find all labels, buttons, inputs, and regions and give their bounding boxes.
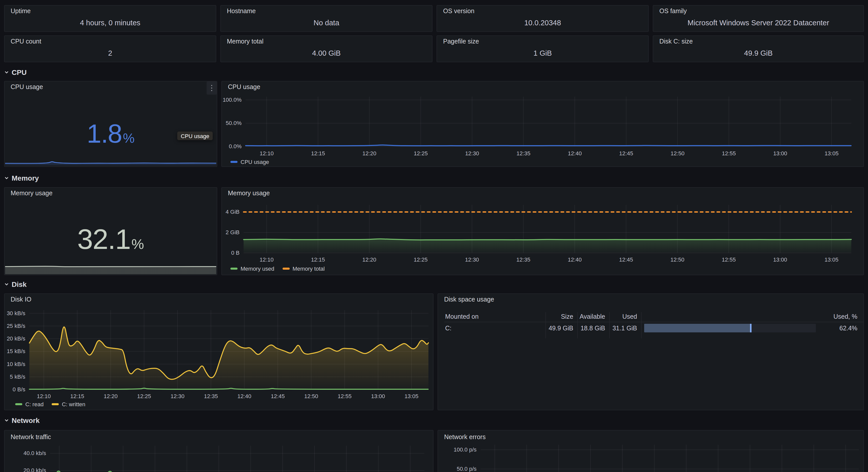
network-traffic-chart: 40.0 kb/s20.0 kb/s bbox=[5, 431, 433, 472]
svg-text:5 kB/s: 5 kB/s bbox=[10, 374, 25, 380]
svg-text:12:30: 12:30 bbox=[465, 150, 479, 157]
svg-text:12:20: 12:20 bbox=[362, 257, 376, 263]
legend-item-memory-total[interactable]: Memory total bbox=[282, 266, 324, 272]
legend-swatch bbox=[230, 268, 238, 270]
stat-panel-uptime: Uptime 4 hours, 0 minutes bbox=[4, 5, 216, 32]
cell-used: 31.1 GiB bbox=[609, 325, 637, 332]
chevron-down-icon bbox=[4, 282, 9, 287]
stat-value: 10.0.20348 bbox=[437, 19, 648, 27]
stat-value: 4.00 GiB bbox=[221, 49, 432, 57]
svg-text:12:45: 12:45 bbox=[619, 150, 633, 157]
stat-panel-disk-c-size: Disk C: size 49.9 GiB bbox=[653, 35, 864, 62]
stat-value: 2 bbox=[5, 49, 216, 57]
legend-label: CPU usage bbox=[241, 159, 269, 165]
cpu-usage-sparkline bbox=[5, 160, 216, 166]
table-header-divider bbox=[444, 322, 863, 322]
section-header-memory[interactable]: Memory bbox=[4, 174, 39, 182]
legend-swatch bbox=[282, 268, 289, 270]
panel-title: Pagefile size bbox=[443, 38, 479, 45]
cell-size: 49.9 GiB bbox=[546, 325, 573, 332]
svg-text:12:45: 12:45 bbox=[619, 257, 633, 263]
section-label: Memory bbox=[12, 174, 39, 182]
svg-text:12:35: 12:35 bbox=[516, 257, 530, 263]
svg-text:13:05: 13:05 bbox=[404, 393, 418, 399]
svg-text:4 GiB: 4 GiB bbox=[226, 209, 240, 215]
panel-title: CPU usage bbox=[11, 83, 43, 91]
stat-panel-pagefile-size: Pagefile size 1 GiB bbox=[437, 35, 649, 62]
legend-swatch bbox=[52, 403, 59, 405]
disk-io-chart-panel: Disk IO 12:1012:1512:2012:2512:3012:3512… bbox=[4, 294, 433, 410]
cpu-usage-stat-panel: CPU usage 1.8% CPU usage bbox=[4, 81, 217, 167]
svg-text:12:30: 12:30 bbox=[465, 257, 479, 263]
svg-text:12:10: 12:10 bbox=[260, 150, 274, 157]
svg-text:12:35: 12:35 bbox=[204, 393, 218, 399]
legend-item-cpu-usage[interactable]: CPU usage bbox=[230, 159, 269, 165]
section-label: Disk bbox=[12, 280, 27, 289]
svg-text:12:55: 12:55 bbox=[722, 257, 736, 263]
svg-text:13:05: 13:05 bbox=[825, 257, 838, 263]
panel-title: CPU count bbox=[11, 38, 41, 45]
panel-menu-button[interactable] bbox=[207, 81, 217, 95]
svg-text:100.0%: 100.0% bbox=[223, 97, 242, 103]
svg-text:20.0 kb/s: 20.0 kb/s bbox=[24, 467, 46, 472]
panel-title: Hostname bbox=[227, 8, 256, 15]
stat-value: No data bbox=[221, 19, 432, 27]
stat-panel-hostname: Hostname No data bbox=[220, 5, 432, 32]
legend-label: C: read bbox=[25, 401, 43, 407]
svg-text:0.0%: 0.0% bbox=[229, 143, 242, 149]
svg-text:100.0 p/s: 100.0 p/s bbox=[454, 446, 476, 453]
svg-text:12:15: 12:15 bbox=[311, 257, 325, 263]
svg-text:12:50: 12:50 bbox=[304, 393, 318, 399]
stat-panel-os-version: OS version 10.0.20348 bbox=[437, 5, 649, 32]
section-header-network[interactable]: Network bbox=[4, 416, 39, 425]
stat-value: 4 hours, 0 minutes bbox=[5, 19, 216, 27]
svg-text:40.0 kb/s: 40.0 kb/s bbox=[24, 450, 46, 456]
stat-value: Microsoft Windows Server 2022 Datacenter bbox=[653, 19, 863, 27]
network-traffic-chart-panel: Network traffic 40.0 kb/s20.0 kb/s bbox=[4, 430, 433, 472]
legend-label: C: written bbox=[62, 401, 85, 407]
panel-title: Disk C: size bbox=[659, 38, 693, 45]
svg-text:12:35: 12:35 bbox=[517, 150, 530, 157]
network-errors-chart: 100.0 p/s50.0 p/s bbox=[438, 431, 863, 472]
column-header-size[interactable]: Size bbox=[546, 313, 573, 320]
svg-text:13:00: 13:00 bbox=[773, 257, 787, 263]
svg-text:12:25: 12:25 bbox=[414, 257, 428, 263]
svg-text:2 GiB: 2 GiB bbox=[226, 229, 240, 235]
svg-text:12:25: 12:25 bbox=[137, 393, 151, 399]
svg-text:12:10: 12:10 bbox=[259, 257, 274, 263]
column-header-used-pct[interactable]: Used, % bbox=[807, 313, 857, 320]
section-label: Network bbox=[12, 416, 39, 425]
svg-text:13:00: 13:00 bbox=[371, 393, 385, 399]
svg-text:15 kB/s: 15 kB/s bbox=[7, 348, 25, 355]
panel-title: Memory total bbox=[227, 38, 264, 45]
legend-swatch bbox=[230, 161, 238, 163]
column-header-mounted-on[interactable]: Mounted on bbox=[445, 313, 478, 320]
legend-label: Memory used bbox=[241, 266, 274, 272]
network-errors-chart-panel: Network errors 100.0 p/s50.0 p/s bbox=[438, 430, 864, 472]
memory-usage-chart-panel: Memory usage 12:1012:1512:2012:2512:3012… bbox=[221, 187, 864, 275]
svg-text:20 kB/s: 20 kB/s bbox=[7, 335, 25, 342]
svg-text:12:45: 12:45 bbox=[271, 393, 285, 399]
disk-space-usage-panel: Disk space usage Mounted on Size Availab… bbox=[438, 294, 864, 410]
svg-text:13:05: 13:05 bbox=[825, 150, 839, 157]
svg-text:25 kB/s: 25 kB/s bbox=[7, 323, 25, 329]
svg-text:12:20: 12:20 bbox=[362, 150, 376, 157]
svg-text:50.0 p/s: 50.0 p/s bbox=[457, 466, 476, 472]
svg-text:12:50: 12:50 bbox=[671, 257, 684, 263]
svg-text:12:50: 12:50 bbox=[671, 150, 684, 157]
legend-item-c-read[interactable]: C: read bbox=[15, 401, 43, 407]
svg-text:12:55: 12:55 bbox=[722, 150, 736, 157]
column-header-available[interactable]: Available bbox=[577, 313, 605, 320]
kebab-dot bbox=[211, 85, 212, 86]
column-header-used[interactable]: Used bbox=[609, 313, 637, 320]
section-header-cpu[interactable]: CPU bbox=[4, 68, 27, 76]
memory-usage-sparkline bbox=[5, 251, 216, 274]
panel-title: Disk space usage bbox=[444, 296, 494, 303]
svg-text:0 B: 0 B bbox=[231, 250, 240, 256]
legend-item-c-written[interactable]: C: written bbox=[52, 401, 85, 407]
svg-text:12:55: 12:55 bbox=[338, 393, 351, 399]
tooltip: CPU usage bbox=[177, 132, 213, 140]
section-header-disk[interactable]: Disk bbox=[4, 280, 27, 289]
svg-text:12:40: 12:40 bbox=[568, 150, 582, 157]
legend-item-memory-used[interactable]: Memory used bbox=[230, 266, 274, 272]
